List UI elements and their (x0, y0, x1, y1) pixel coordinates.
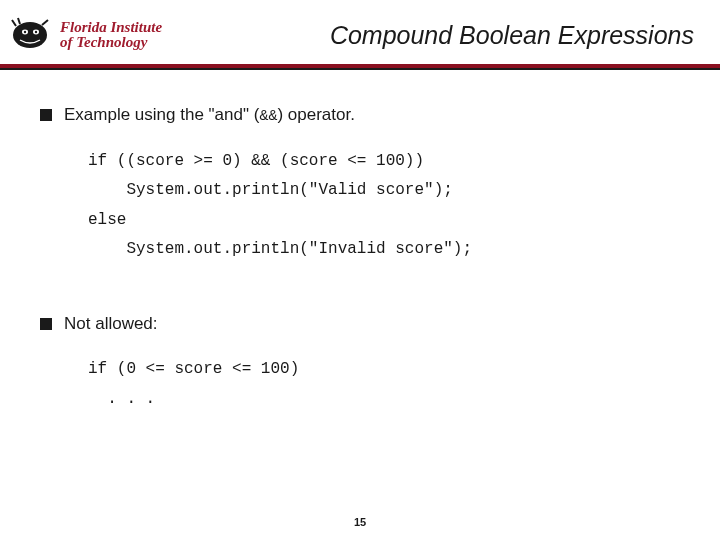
code-example-2: if (0 <= score <= 100) . . . (88, 355, 680, 414)
bullet-text: Example using the "and" (&&) operator. (64, 104, 355, 127)
logo-line-2: of Technology (60, 35, 162, 50)
logo-text: Florida Institute of Technology (60, 20, 162, 50)
logo-line-1: Florida Institute (60, 20, 162, 35)
svg-point-3 (24, 31, 26, 33)
bullet-prefix: Example using the "and" ( (64, 105, 259, 124)
slide-content: Example using the "and" (&&) operator. i… (0, 70, 720, 414)
svg-point-0 (13, 22, 47, 48)
bullet-text: Not allowed: (64, 313, 158, 335)
bullet-prefix: Not allowed: (64, 314, 158, 333)
bullet-mono: && (259, 108, 277, 125)
square-bullet-icon (40, 318, 52, 330)
institution-logo: Florida Institute of Technology (10, 16, 162, 54)
svg-point-4 (35, 31, 37, 33)
bullet-item: Not allowed: (40, 313, 680, 335)
slide-header: Florida Institute of Technology Compound… (0, 0, 720, 64)
slide-title: Compound Boolean Expressions (162, 21, 704, 50)
square-bullet-icon (40, 109, 52, 121)
bullet-suffix: ) operator. (277, 105, 355, 124)
page-number: 15 (0, 516, 720, 528)
panther-icon (10, 16, 54, 54)
code-example-1: if ((score >= 0) && (score <= 100)) Syst… (88, 147, 680, 265)
bullet-item: Example using the "and" (&&) operator. (40, 104, 680, 127)
